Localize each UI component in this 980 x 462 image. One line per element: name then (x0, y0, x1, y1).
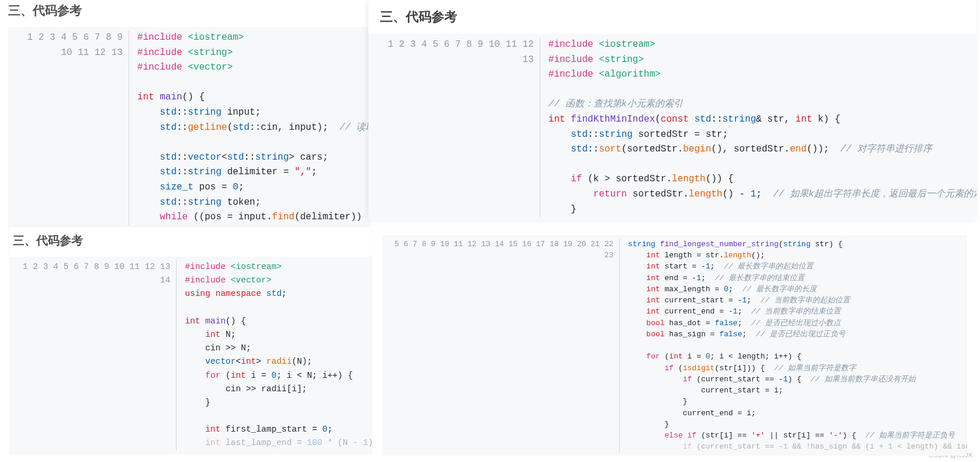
line-gutter: 1 2 3 4 5 6 7 8 9 10 11 12 13 (373, 37, 540, 217)
line-gutter: 1 2 3 4 5 6 7 8 9 10 11 12 13 (8, 30, 129, 225)
code-content: #include <iostream> #include <vector> us… (177, 260, 372, 450)
code-panel-bottom-right: 5 6 7 8 9 10 11 12 13 14 15 16 17 18 19 … (382, 235, 967, 456)
code-content: #include <iostream> #include <string> #i… (129, 30, 371, 225)
line-gutter: 5 6 7 8 9 10 11 12 13 14 15 16 17 18 19 … (382, 239, 620, 452)
section-heading: 三、代码参考 (9, 230, 372, 257)
code-panel-top-right: 三、代码参考 1 2 3 4 5 6 7 8 9 10 11 12 13 #in… (368, 0, 976, 220)
code-block: 1 2 3 4 5 6 7 8 9 10 11 12 13 #include <… (8, 27, 371, 229)
code-panel-bottom-left: 三、代码参考 1 2 3 4 5 6 7 8 9 10 11 12 13 14 … (9, 227, 372, 454)
line-gutter: 1 2 3 4 5 6 7 8 9 10 11 12 13 14 (9, 260, 177, 450)
code-panel-top-left: 三、代码参考 1 2 3 4 5 6 7 8 9 10 11 12 13 #in… (8, 0, 371, 229)
code-block: 1 2 3 4 5 6 7 8 9 10 11 12 13 #include <… (368, 34, 976, 220)
section-heading: 三、代码参考 (368, 6, 976, 34)
section-heading: 三、代码参考 (8, 0, 371, 27)
code-content: #include <iostream> #include <string> #i… (540, 37, 976, 217)
code-block: 1 2 3 4 5 6 7 8 9 10 11 12 13 14 #includ… (9, 257, 372, 454)
code-block: 5 6 7 8 9 10 11 12 13 14 15 16 17 18 19 … (382, 235, 967, 456)
code-content: string find_longest_number_string(string… (620, 239, 967, 452)
